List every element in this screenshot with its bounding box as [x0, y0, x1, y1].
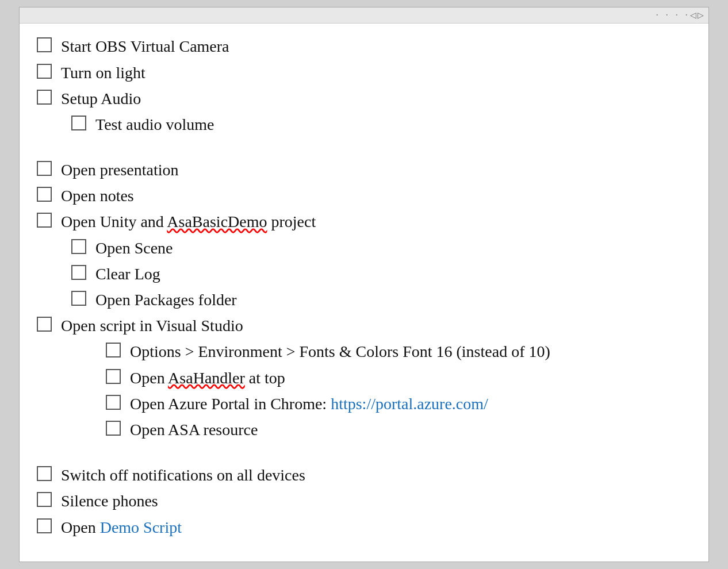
item-label-asahandler: Open AsaHandler at top: [130, 367, 285, 389]
list-item: Open notes: [37, 184, 691, 207]
item-label-demoscript: Open Demo Script: [61, 516, 182, 539]
item-label-silence: Silence phones: [61, 490, 158, 512]
list-item: Open AsaHandler at top: [37, 367, 691, 389]
checkbox-azure[interactable]: [106, 395, 121, 410]
list-item: Open Packages folder: [37, 289, 691, 311]
demo-script-link[interactable]: Demo Script: [100, 518, 182, 536]
titlebar-arrows: ◁ ▷: [690, 10, 704, 20]
checklist-group-3: Switch off notifications on all devices …: [37, 464, 691, 539]
item-label-asa-resource: Open ASA resource: [130, 418, 258, 441]
item-label-presentation: Open presentation: [61, 159, 179, 181]
item-label-unity: Open Unity and AsaBasicDemo project: [61, 210, 316, 233]
item-label-audio: Setup Audio: [61, 87, 141, 110]
list-item: Open Unity and AsaBasicDemo project: [37, 210, 691, 233]
item-label-notes: Open notes: [61, 184, 134, 207]
checkbox-light[interactable]: [37, 64, 52, 79]
list-item: Start OBS Virtual Camera: [37, 35, 691, 57]
checkbox-silence[interactable]: [37, 492, 52, 507]
checkbox-asahandler[interactable]: [106, 369, 121, 384]
window: · · · · ◁ ▷ Start OBS Virtual Camera Tur…: [19, 7, 709, 562]
checkbox-demoscript[interactable]: [37, 518, 52, 533]
checkbox-asa-resource[interactable]: [106, 421, 121, 436]
item-label-clearlog: Clear Log: [95, 263, 160, 285]
list-item: Test audio volume: [37, 113, 691, 136]
checkbox-notifications[interactable]: [37, 466, 52, 481]
azure-portal-link[interactable]: https://portal.azure.com/: [331, 395, 488, 413]
item-label-vs: Open script in Visual Studio: [61, 314, 243, 337]
checkbox-unity[interactable]: [37, 213, 52, 228]
arrow-right-icon[interactable]: ▷: [698, 10, 704, 20]
list-item: Clear Log: [37, 263, 691, 285]
checkbox-test-audio[interactable]: [71, 116, 86, 130]
item-label-scene: Open Scene: [95, 237, 173, 259]
checkbox-obs[interactable]: [37, 37, 52, 52]
item-label-notifications: Switch off notifications on all devices: [61, 464, 305, 486]
checkbox-presentation[interactable]: [37, 161, 52, 176]
list-item: Open ASA resource: [37, 418, 691, 441]
list-item: Open script in Visual Studio: [37, 314, 691, 337]
checklist-group-2: Open presentation Open notes Open Unity …: [37, 159, 691, 441]
checkbox-scene[interactable]: [71, 239, 86, 254]
list-item: Open presentation: [37, 159, 691, 181]
list-item: Setup Audio: [37, 87, 691, 110]
arrow-left-icon[interactable]: ◁: [690, 10, 696, 20]
checkbox-options[interactable]: [106, 343, 121, 357]
item-label-packages: Open Packages folder: [95, 289, 237, 311]
list-item: Turn on light: [37, 61, 691, 84]
titlebar: · · · · ◁ ▷: [20, 7, 708, 24]
content-area: Start OBS Virtual Camera Turn on light S…: [20, 24, 708, 561]
checklist-group-1: Start OBS Virtual Camera Turn on light S…: [37, 35, 691, 136]
item-label-test-audio: Test audio volume: [95, 113, 214, 136]
item-label-obs: Start OBS Virtual Camera: [61, 35, 229, 57]
checkbox-clearlog[interactable]: [71, 265, 86, 280]
checkbox-audio[interactable]: [37, 90, 52, 105]
list-item: Open Azure Portal in Chrome: https://por…: [37, 393, 691, 415]
checkbox-vs[interactable]: [37, 317, 52, 332]
spellcheck-asabasicdemo: AsaBasicDemo: [167, 213, 267, 230]
spellcheck-asahandler: AsaHandler: [168, 369, 245, 387]
list-item: Silence phones: [37, 490, 691, 512]
item-label-light: Turn on light: [61, 61, 145, 84]
list-item: Switch off notifications on all devices: [37, 464, 691, 486]
checkbox-packages[interactable]: [71, 291, 86, 306]
titlebar-dots: · · · ·: [656, 9, 691, 21]
list-item: Open Demo Script: [37, 516, 691, 539]
item-label-azure: Open Azure Portal in Chrome: https://por…: [130, 393, 488, 415]
list-item: Open Scene: [37, 237, 691, 259]
list-item: Options > Environment > Fonts & Colors F…: [37, 340, 691, 363]
item-label-options: Options > Environment > Fonts & Colors F…: [130, 340, 550, 363]
checkbox-notes[interactable]: [37, 187, 52, 202]
